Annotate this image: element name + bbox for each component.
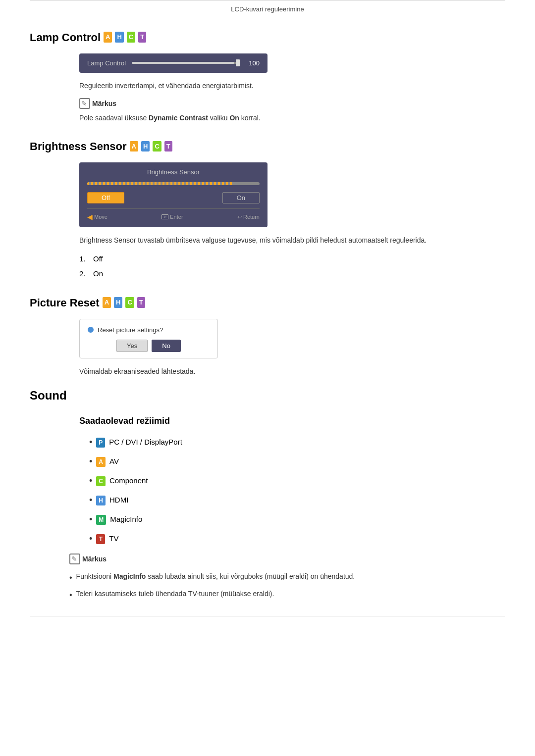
badge-h: H xyxy=(115,32,123,43)
ctrl-return-label: Return xyxy=(243,213,260,221)
sound-title: Sound xyxy=(30,387,505,404)
reset-yes-button[interactable]: Yes xyxy=(116,340,148,352)
badge-t: T xyxy=(138,32,146,43)
bullet-dot-hdmi: • xyxy=(89,494,92,507)
badge-c-pr: C xyxy=(125,297,134,308)
brightness-description: Brightness Sensor tuvastab ümbritseva va… xyxy=(79,235,505,246)
reset-buttons: Yes No xyxy=(88,340,210,352)
lamp-control-content: Lamp Control 100 Reguleerib inverterlamp… xyxy=(79,53,505,124)
list-num-2: 2. xyxy=(79,268,89,280)
badge-hdmi: H xyxy=(96,496,106,505)
sound-note-icon xyxy=(69,554,80,564)
mode-magicinfo-label: MagicInfo xyxy=(110,514,142,525)
list-item-on: 2. On xyxy=(79,268,505,280)
ctrl-enter: ↵ Enter xyxy=(161,213,183,221)
mode-hdmi-label: HDMI xyxy=(109,495,128,506)
list-num-1: 1. xyxy=(79,253,89,265)
mode-tv: • T TV xyxy=(89,532,505,546)
sound-note-block: Märkus xyxy=(69,554,505,564)
badge-component: C xyxy=(96,476,106,486)
reset-dot-icon xyxy=(88,327,94,333)
picture-reset-section-title: Picture Reset A H C T xyxy=(30,295,505,311)
brightness-sensor-section-title: Brightness Sensor A H C T xyxy=(30,138,505,154)
brightness-list: 1. Off 2. On xyxy=(79,253,505,280)
bullet-dot-tv: • xyxy=(89,532,92,546)
picture-reset-widget: Reset picture settings? Yes No xyxy=(79,319,218,359)
badge-c-bs: C xyxy=(153,141,161,152)
picture-reset-content: Reset picture settings? Yes No Võimaldab… xyxy=(79,319,505,377)
page-title: LCD-kuvari reguleerimine xyxy=(231,5,304,13)
page-footer-border xyxy=(30,616,505,616)
lamp-description: Reguleerib inverterlampi, et vähendada e… xyxy=(79,81,505,91)
bullet-dot-component: • xyxy=(89,474,92,488)
page-header: LCD-kuvari reguleerimine xyxy=(30,0,505,14)
list-text-off: Off xyxy=(93,253,103,265)
ctrl-enter-label: Enter xyxy=(170,213,183,221)
brightness-sensor-label: Brightness Sensor xyxy=(30,138,127,154)
brightness-sensor-widget: Brightness Sensor Off On ◀ Move ↵ Enter … xyxy=(79,162,268,227)
sound-note-label: Märkus xyxy=(82,554,107,564)
ctrl-arrow-icon: ◀ xyxy=(87,212,93,222)
brightness-controls: ◀ Move ↵ Enter ↩ Return xyxy=(87,208,260,222)
picture-reset-description: Võimaldab ekraaniseaded lähtestada. xyxy=(79,366,505,377)
mode-pc-label: PC / DVI / DisplayPort xyxy=(109,437,182,448)
bullet-dot-magicinfo: • xyxy=(89,513,92,526)
brightness-off-button[interactable]: Off xyxy=(87,192,124,203)
reset-question: Reset picture settings? xyxy=(98,325,163,335)
brightness-widget-title: Brightness Sensor xyxy=(87,167,260,177)
mode-component-label: Component xyxy=(109,475,148,487)
ctrl-move: ◀ Move xyxy=(87,212,107,222)
brightness-on-button[interactable]: On xyxy=(222,192,260,203)
lamp-control-label: Lamp Control xyxy=(30,29,101,46)
footer-note-1: • Funktsiooni MagicInfo saab lubada ainu… xyxy=(69,571,505,584)
lamp-slider-fill xyxy=(132,62,234,64)
ctrl-enter-icon: ↵ xyxy=(161,214,168,219)
lamp-control-section-title: Lamp Control A H C T xyxy=(30,29,505,46)
note-label: Märkus xyxy=(92,99,116,109)
brightness-sensor-content: Brightness Sensor Off On ◀ Move ↵ Enter … xyxy=(79,162,505,246)
ctrl-move-label: Move xyxy=(94,213,107,221)
badge-magicinfo: M xyxy=(96,515,106,525)
footer-bullet-1: • xyxy=(69,572,72,584)
footer-bullet-2: • xyxy=(69,589,72,601)
mode-av: • A AV xyxy=(89,455,505,468)
sound-subsection-title: Saadaolevad režiimid xyxy=(79,414,505,428)
badge-a-pr: A xyxy=(103,297,111,308)
sound-footer-notes: • Funktsiooni MagicInfo saab lubada ainu… xyxy=(69,571,505,601)
lamp-note-text: Pole saadaval üksuse Dynamic Contrast va… xyxy=(79,113,505,123)
footer-note-2-text: Teleri kasutamiseks tuleb ühendada TV-tu… xyxy=(76,589,274,599)
mode-magicinfo: • M MagicInfo xyxy=(89,513,505,526)
ctrl-return: ↩ Return xyxy=(237,213,260,221)
sound-modes-list: • P PC / DVI / DisplayPort • A AV • C Co… xyxy=(89,436,505,546)
list-text-on: On xyxy=(93,268,103,280)
badge-av: A xyxy=(96,457,106,467)
badge-tv: T xyxy=(96,534,105,544)
mode-component: • C Component xyxy=(89,474,505,488)
mode-pc: • P PC / DVI / DisplayPort xyxy=(89,436,505,449)
lamp-note-block: Märkus xyxy=(79,98,505,109)
brightness-dots xyxy=(87,182,234,185)
lamp-slider-thumb xyxy=(236,59,240,66)
note-icon xyxy=(79,98,90,109)
ctrl-return-icon: ↩ xyxy=(237,213,242,221)
badge-h-bs: H xyxy=(141,141,150,152)
badge-p: P xyxy=(96,438,105,448)
badge-t-pr: T xyxy=(137,297,145,308)
lamp-slider-track[interactable] xyxy=(132,62,240,64)
reset-header: Reset picture settings? xyxy=(88,325,210,335)
lamp-control-widget-label: Lamp Control xyxy=(87,58,126,68)
picture-reset-label: Picture Reset xyxy=(30,295,100,311)
mode-tv-label: TV xyxy=(109,533,118,545)
list-item-off: 1. Off xyxy=(79,253,505,265)
sound-section: Sound Saadaolevad režiimid • P PC / DVI … xyxy=(30,387,505,601)
badge-t-bs: T xyxy=(164,141,172,152)
footer-note-2: • Teleri kasutamiseks tuleb ühendada TV-… xyxy=(69,589,505,601)
badge-h-pr: H xyxy=(114,297,122,308)
brightness-slider[interactable] xyxy=(87,182,260,185)
mode-av-label: AV xyxy=(109,456,119,467)
bullet-dot-av: • xyxy=(89,455,92,468)
reset-no-button[interactable]: No xyxy=(152,340,181,352)
badge-c: C xyxy=(127,32,135,43)
mode-hdmi: • H HDMI xyxy=(89,494,505,507)
lamp-slider-value: 100 xyxy=(246,58,260,68)
